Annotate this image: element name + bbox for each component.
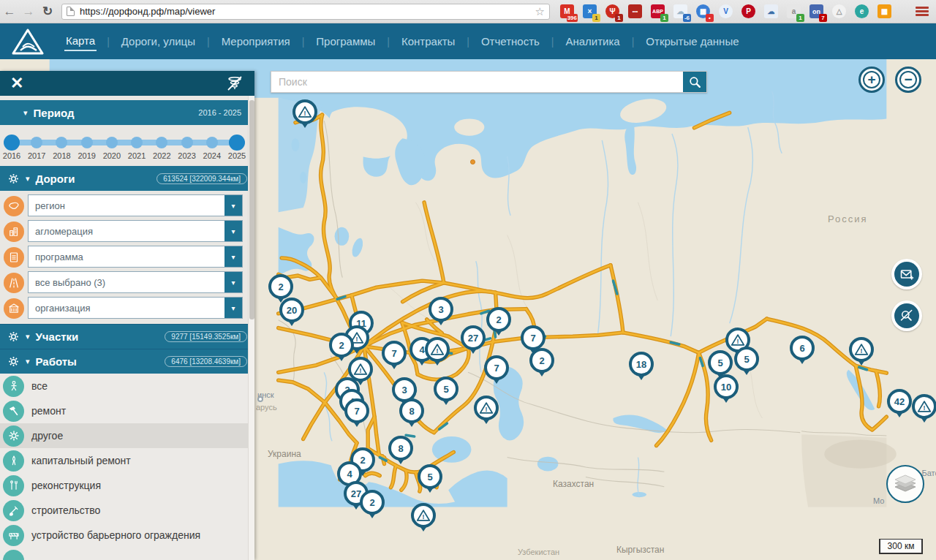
filter-dropdown[interactable]: все выбрано (3)▾ [28,271,243,293]
dropdown-arrow-button[interactable]: ▾ [224,195,242,216]
warning-marker[interactable]: ! [425,337,450,362]
extension-gmail-icon[interactable]: M396 [560,4,574,18]
slider-handle-2025[interactable] [229,135,245,151]
extension-weather-cloud-icon[interactable]: ☁-6 [673,4,687,18]
work-type-6[interactable]: строительство [0,498,254,523]
cluster-marker-5[interactable]: 5 [708,350,733,375]
nav-item-8[interactable]: Открытые данные [644,32,740,50]
cluster-marker-8[interactable]: 8 [399,398,424,423]
nav-item-4[interactable]: Программы [314,32,377,50]
bookmark-star-icon[interactable]: ☆ [535,5,545,18]
extension-pinterest-icon[interactable]: P [741,4,755,18]
reload-button[interactable]: ↻ [38,4,57,19]
cluster-marker-7[interactable]: 7 [484,355,509,380]
cluster-marker-3[interactable]: 3 [429,297,453,322]
nav-item-5[interactable]: Контракты [400,32,456,50]
cluster-marker-2[interactable]: 2 [486,307,511,332]
section-uchastki[interactable]: ▾ Участки 9277 [15149.3525км] [0,324,254,349]
work-type-3[interactable]: другое [0,423,254,448]
clear-filters-icon[interactable] [225,75,244,92]
work-type-4[interactable]: капитальный ремонт [0,448,254,473]
warning-marker[interactable]: ! [292,99,317,124]
extension-avast-icon[interactable]: a1 [787,4,801,18]
cluster-marker-2[interactable]: 2 [268,274,293,299]
nav-item-2[interactable]: Дороги, улицы [120,32,197,50]
cluster-marker-18[interactable]: 18 [629,352,654,377]
extension-bookmarks-gem-icon[interactable]: V [719,4,733,18]
url-text[interactable]: https://дорфонд.рф/map/viewer [80,6,535,17]
filter-dropdown[interactable]: регион▾ [28,194,243,216]
gear-icon[interactable] [7,330,20,343]
warning-marker[interactable]: ! [912,394,936,419]
dropdown-arrow-button[interactable]: ▾ [224,298,242,318]
slider-handle-2018[interactable] [56,137,67,148]
cluster-marker-42[interactable]: 42 [887,389,912,414]
work-type-7[interactable]: устройство барьерного ограждения [0,523,254,548]
extension-password-dots-icon[interactable]: ••• [628,4,642,18]
layers-button[interactable] [886,465,924,503]
dropdown-arrow-button[interactable]: ▾ [224,272,242,292]
cluster-marker-5[interactable]: 5 [434,377,458,401]
filter-dropdown[interactable]: программа▾ [28,246,243,268]
slider-handle-2021[interactable] [131,137,143,148]
search-disable-button[interactable] [891,300,922,331]
address-bar[interactable]: https://дорфонд.рф/map/viewer ☆ [61,4,550,20]
extension-app-grid-icon[interactable]: ▦• [696,4,710,18]
cluster-marker-7[interactable]: 7 [521,325,546,350]
filter-dropdown[interactable]: организация▾ [28,297,243,319]
work-type-2[interactable]: ремонт [0,398,254,423]
nav-item-3[interactable]: Мероприятия [220,32,292,50]
cluster-marker-6[interactable]: 6 [790,336,815,360]
work-type-1[interactable]: все [0,374,254,398]
slider-handle-2023[interactable] [181,137,193,148]
gear-icon[interactable] [7,173,20,185]
extension-evernote-teal-icon[interactable]: e [855,4,869,18]
warning-marker[interactable]: ! [849,337,874,362]
cluster-marker-5[interactable]: 5 [418,464,442,489]
cluster-marker-20[interactable]: 20 [279,298,304,322]
slider-handle-2024[interactable] [206,137,218,148]
zoom-in-button[interactable]: + [858,67,885,93]
section-raboty[interactable]: ▾ Работы 6476 [13208.4639км] [0,349,254,374]
close-icon[interactable]: ✕ [10,75,23,91]
cluster-marker-27[interactable]: 27 [461,325,486,350]
back-button[interactable]: ← [0,4,19,19]
nav-item-1[interactable]: Карта [64,31,97,51]
warning-marker[interactable]: ! [411,503,436,528]
search-input[interactable] [271,72,683,92]
cluster-marker-2[interactable]: 2 [360,490,385,515]
extension-onenote-icon[interactable]: on7 [809,4,823,18]
cluster-marker-7[interactable]: 7 [382,341,407,366]
cluster-marker-2[interactable]: 2 [529,348,554,373]
search-button[interactable] [683,72,706,92]
nav-item-6[interactable]: Отчетность [480,32,541,50]
section-roads[interactable]: ▾ Дороги 613524 [322009.344км] [0,166,254,191]
slider-handle-2020[interactable] [106,137,118,148]
extension-adblock-plus-icon[interactable]: ABP1 [651,4,665,18]
forward-button[interactable]: → [19,4,38,19]
scrollbar-thumb[interactable] [249,100,254,319]
dropdown-arrow-button[interactable]: ▾ [224,246,242,267]
gear-icon[interactable] [7,355,20,368]
extension-orange-grid-icon[interactable]: ▦ [878,4,891,18]
feedback-mail-button[interactable] [891,259,922,290]
nav-item-7[interactable]: Аналитика [564,32,621,50]
slider-handle-2019[interactable] [81,137,93,148]
cluster-marker-7[interactable]: 7 [344,398,369,423]
warning-marker[interactable]: ! [474,396,499,420]
cluster-marker-5[interactable]: 5 [734,347,759,371]
extension-triangle-app-icon[interactable]: △ [832,4,846,18]
slider-handle-2017[interactable] [31,137,42,148]
slider-track[interactable] [12,140,238,145]
dropdown-arrow-button[interactable]: ▾ [224,221,242,241]
browser-menu-button[interactable] [916,7,929,16]
cluster-marker-10[interactable]: 10 [714,374,739,399]
slider-handle-2016[interactable] [4,135,20,151]
cluster-marker-2[interactable]: 2 [329,333,354,357]
extension-cloud-blue-icon[interactable]: ☁ [764,4,778,18]
filter-dropdown[interactable]: агломерация▾ [28,220,243,242]
section-period[interactable]: ▾ Период 2016 - 2025 [0,100,254,125]
cluster-marker-8[interactable]: 8 [388,436,413,461]
work-type-5[interactable]: реконструкция [0,473,254,498]
sidebar-scrollbar[interactable] [248,96,254,560]
